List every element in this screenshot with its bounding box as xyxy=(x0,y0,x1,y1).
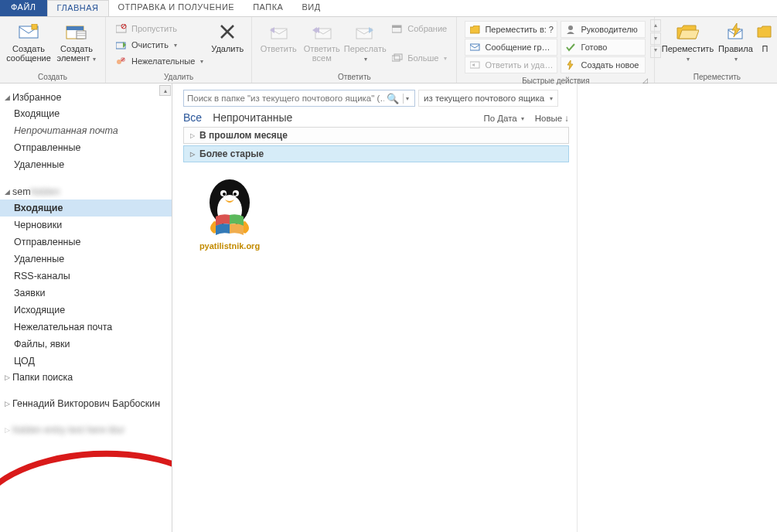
clean-button[interactable]: Очистить▾ xyxy=(112,37,206,53)
quick-move-to[interactable]: Переместить в: ? xyxy=(465,21,557,38)
search-caret-icon[interactable]: ▾ xyxy=(403,94,411,104)
more-label: Больше xyxy=(407,53,438,63)
shared-mailbox-header[interactable]: ▷Геннадий Викторович Барбоскин xyxy=(0,396,172,411)
dialog-launcher-icon[interactable]: ◿ xyxy=(642,77,648,84)
quick-reply-delete[interactable]: Ответить и уда… xyxy=(465,56,557,73)
reply-all-button[interactable]: Ответить всем xyxy=(300,19,343,63)
folder-cod[interactable]: ЦОД xyxy=(0,353,172,370)
truncated-label: П xyxy=(762,44,768,53)
move-button[interactable]: Переместить▾ xyxy=(659,19,715,64)
folder-drafts[interactable]: Черновики xyxy=(0,217,172,234)
svg-rect-1 xyxy=(32,24,37,29)
hidden-header[interactable]: ▷hidden entry text here blur xyxy=(0,422,172,438)
new-item-button[interactable]: Создать элемент ▾ xyxy=(53,19,101,64)
message-list-pane: 🔍 ▾ из текущего почтового ящика ▾ Все Не… xyxy=(172,84,578,532)
ribbon-group-delete: Пропустить Очистить▾ Нежелательные▾ Удал… xyxy=(106,17,252,83)
quick-to-manager[interactable]: Руководителю xyxy=(561,21,646,38)
junk-icon xyxy=(115,55,128,67)
favorites-header[interactable]: ◢Избранное xyxy=(0,90,172,105)
filter-all[interactable]: Все xyxy=(183,111,202,124)
sort-direction-button[interactable]: Новые ↓ xyxy=(535,114,569,123)
search-box[interactable]: 🔍 ▾ xyxy=(183,90,415,107)
hidden-section: ▷hidden entry text here blur xyxy=(0,422,172,438)
tab-folder[interactable]: ПАПКА xyxy=(244,0,292,16)
new-message-label: Создать сообщение xyxy=(6,44,51,63)
more-respond-button[interactable]: Больше▾ xyxy=(388,50,450,66)
group-last-month[interactable]: ▷ В прошлом месяце xyxy=(183,127,569,144)
folder-deleted[interactable]: Удаленные xyxy=(0,251,172,268)
mail-new-icon xyxy=(16,21,41,43)
tab-send-receive[interactable]: ОТПРАВКА И ПОЛУЧЕНИЕ xyxy=(109,0,244,16)
svg-point-11 xyxy=(117,60,121,64)
folder-inbox[interactable]: Входящие xyxy=(0,200,172,217)
sort-by-button[interactable]: По Дата ▾ xyxy=(483,114,523,123)
scroll-up-icon[interactable]: ▴ xyxy=(159,85,171,96)
folder-junk[interactable]: Нежелательная почта xyxy=(0,319,172,336)
dropdown-caret-icon: ▾ xyxy=(200,58,203,65)
fav-sent[interactable]: Отправленные xyxy=(0,139,172,156)
junk-button[interactable]: Нежелательные▾ xyxy=(112,53,206,69)
rules-label: Правила xyxy=(718,44,753,53)
watermark-caption: pyatilistnik.org xyxy=(199,241,260,251)
svg-rect-4 xyxy=(77,31,86,39)
dropdown-caret-icon: ▾ xyxy=(364,56,367,63)
search-scope-dropdown[interactable]: из текущего почтового ящика ▾ xyxy=(418,90,558,107)
filter-unread[interactable]: Непрочитанные xyxy=(213,111,292,124)
account-section: ◢semhidden Входящие Черновики Отправленн… xyxy=(0,184,172,385)
folder-files[interactable]: Файлы, явки xyxy=(0,336,172,353)
account-header[interactable]: ◢semhidden xyxy=(0,184,172,200)
folder-requests[interactable]: Заявки xyxy=(0,285,172,302)
arrow-down-icon: ↓ xyxy=(564,114,569,123)
delete-x-icon xyxy=(215,21,240,43)
watermark-logo: pyatilistnik.org xyxy=(183,175,276,251)
dropdown-caret-icon: ▾ xyxy=(174,42,177,49)
svg-rect-7 xyxy=(116,26,126,32)
quick-msg-group[interactable]: Сообщение гр… xyxy=(465,39,557,56)
search-icon[interactable]: 🔍 xyxy=(384,93,401,104)
quick-create-new[interactable]: Создать новое xyxy=(561,56,646,73)
group-older[interactable]: ▷ Более старые xyxy=(183,145,569,162)
meeting-icon xyxy=(391,22,404,35)
reading-pane xyxy=(578,84,777,532)
folder-sent[interactable]: Отправленные xyxy=(0,234,172,251)
ribbon-group-move-label: Переместить xyxy=(659,71,774,82)
clean-icon xyxy=(115,39,128,51)
dropdown-caret-icon: ▾ xyxy=(550,95,553,102)
ribbon-tabs: ФАЙЛ ГЛАВНАЯ ОТПРАВКА И ПОЛУЧЕНИЕ ПАПКА … xyxy=(0,0,777,17)
main-area: ▴ ◢Избранное Входящие Непрочитанная почт… xyxy=(0,84,777,532)
delete-label: Удалить xyxy=(211,44,244,53)
fav-unread[interactable]: Непрочитанная почта xyxy=(0,122,172,139)
ribbon: Создать сообщение Создать элемент ▾ Созд… xyxy=(0,17,777,84)
folder-rss[interactable]: RSS-каналы xyxy=(0,268,172,285)
meeting-button[interactable]: Собрание xyxy=(388,21,450,36)
content-area: 🔍 ▾ из текущего почтового ящика ▾ Все Не… xyxy=(172,84,777,532)
fav-inbox[interactable]: Входящие xyxy=(0,105,172,122)
search-input[interactable] xyxy=(187,94,384,103)
dropdown-caret-icon: ▾ xyxy=(687,56,690,63)
delete-button[interactable]: Удалить xyxy=(208,19,247,53)
truncated-button[interactable]: П xyxy=(755,19,774,53)
search-folders-header[interactable]: ▷Папки поиска xyxy=(0,370,172,385)
dropdown-caret-icon: ▾ xyxy=(734,56,738,63)
tab-file[interactable]: ФАЙЛ xyxy=(0,0,47,16)
reply-button[interactable]: Ответить xyxy=(257,19,300,53)
favorites-section: ◢Избранное Входящие Непрочитанная почта … xyxy=(0,90,172,173)
folder-outbox[interactable]: Исходящие xyxy=(0,302,172,319)
ignore-button[interactable]: Пропустить xyxy=(112,21,206,36)
manager-icon xyxy=(565,24,576,35)
rules-button[interactable]: Правила▾ xyxy=(715,19,755,64)
dropdown-caret-icon: ▾ xyxy=(444,55,447,62)
svg-rect-3 xyxy=(66,26,83,30)
ribbon-group-quick-label: Быстрые действия◿ xyxy=(462,75,649,86)
forward-button[interactable]: Переслать ▾ xyxy=(343,19,387,64)
clean-label: Очистить xyxy=(131,40,169,49)
quick-done[interactable]: Готово xyxy=(561,39,646,56)
new-message-button[interactable]: Создать сообщение xyxy=(5,19,53,63)
svg-point-23 xyxy=(568,26,573,30)
fav-deleted[interactable]: Удаленные xyxy=(0,156,172,173)
annotation-circle xyxy=(0,445,172,532)
tab-view[interactable]: ВИД xyxy=(292,0,329,16)
ignore-icon xyxy=(115,22,128,35)
ribbon-group-delete-label: Удалить xyxy=(111,71,247,82)
tab-home[interactable]: ГЛАВНАЯ xyxy=(47,0,109,16)
